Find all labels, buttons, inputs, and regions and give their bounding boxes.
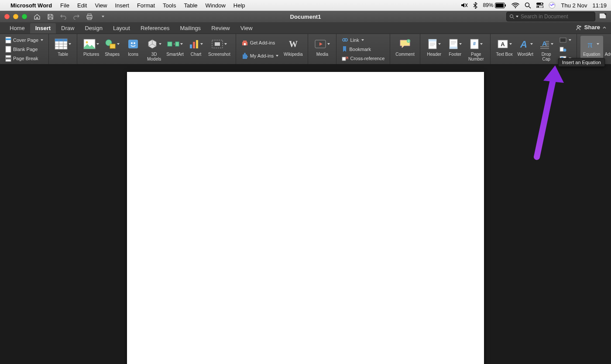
- menubar-time[interactable]: 11:19: [592, 2, 607, 9]
- wikipedia-button[interactable]: W Wikipedia: [282, 36, 304, 63]
- page-break-button[interactable]: Page Break: [3, 54, 45, 63]
- menu-insert[interactable]: Insert: [115, 2, 129, 9]
- search-document-box[interactable]: [506, 12, 595, 21]
- tab-design[interactable]: Design: [79, 23, 107, 34]
- wordart-button[interactable]: A WordArt: [515, 36, 536, 63]
- my-addins-button[interactable]: My Add-ins: [240, 51, 280, 60]
- svg-point-38: [134, 42, 135, 44]
- chart-icon: [189, 39, 199, 49]
- close-window-button[interactable]: [4, 14, 10, 19]
- tab-mailings[interactable]: Mailings: [175, 23, 206, 34]
- svg-rect-22: [6, 46, 11, 52]
- text-box-button[interactable]: A Text Box: [494, 36, 515, 63]
- page-number-button[interactable]: # Page Number: [466, 36, 487, 63]
- comment-button[interactable]: + Comment: [394, 36, 416, 63]
- media-icon: [314, 39, 326, 49]
- control-center-icon[interactable]: [536, 3, 543, 8]
- search-document-input[interactable]: [520, 13, 591, 20]
- svg-point-5: [515, 7, 516, 8]
- svg-point-77: [563, 48, 566, 51]
- mac-status-area: 89% Thu 2 Nov 11:19: [461, 2, 607, 9]
- fullscreen-window-button[interactable]: [22, 14, 27, 19]
- header-label: Header: [427, 52, 441, 57]
- redo-icon[interactable]: [72, 13, 80, 20]
- page-number-label: Page Number: [468, 52, 484, 61]
- group-comment: + Comment: [390, 34, 420, 65]
- table-button[interactable]: Table: [52, 36, 73, 63]
- menu-table[interactable]: Table: [184, 2, 197, 9]
- tab-layout[interactable]: Layout: [108, 23, 135, 34]
- siri-icon[interactable]: [549, 2, 556, 9]
- link-button[interactable]: Link: [340, 36, 386, 44]
- group-media: Media: [308, 34, 336, 65]
- document-page[interactable]: [127, 72, 484, 364]
- page-break-icon: [5, 55, 11, 62]
- tab-view[interactable]: View: [235, 23, 258, 34]
- wordart-icon: A: [518, 38, 529, 50]
- header-button[interactable]: Header: [424, 36, 445, 63]
- ribbon-display-options-icon[interactable]: [599, 12, 607, 21]
- menu-help[interactable]: Help: [233, 2, 245, 9]
- wifi-icon[interactable]: [511, 3, 519, 8]
- save-icon[interactable]: [46, 13, 54, 20]
- print-icon[interactable]: [86, 13, 93, 20]
- bluetooth-icon[interactable]: [473, 2, 477, 9]
- tab-draw[interactable]: Draw: [56, 23, 79, 34]
- qat-customize-icon[interactable]: [99, 13, 106, 20]
- signature-line-button[interactable]: [558, 36, 573, 44]
- svg-line-7: [529, 7, 531, 8]
- shapes-button[interactable]: Shapes: [102, 36, 123, 63]
- home-icon[interactable]: [33, 13, 41, 20]
- header-icon: [428, 38, 437, 50]
- menu-edit[interactable]: Edit: [77, 2, 87, 9]
- tab-references[interactable]: References: [135, 23, 175, 34]
- crossref-button[interactable]: Cross-reference: [340, 54, 386, 63]
- menu-tools[interactable]: Tools: [163, 2, 176, 9]
- svg-rect-75: [560, 38, 566, 42]
- ribbon-tabs: Home Insert Draw Design Layout Reference…: [0, 22, 611, 34]
- smartart-button[interactable]: SmartArt: [165, 36, 185, 63]
- svg-rect-3: [496, 3, 504, 7]
- blank-page-label: Blank Page: [13, 47, 38, 52]
- 3d-models-button[interactable]: 3D Models: [144, 36, 165, 63]
- footer-button[interactable]: Footer: [445, 36, 466, 63]
- pictures-button[interactable]: Pictures: [81, 36, 102, 63]
- wikipedia-icon: W: [287, 39, 299, 49]
- tab-home[interactable]: Home: [4, 23, 30, 34]
- page-number-icon: #: [470, 38, 479, 50]
- comment-icon: +: [399, 39, 411, 49]
- blank-page-button[interactable]: Blank Page: [3, 45, 45, 53]
- get-addins-button[interactable]: Get Add-ins: [240, 38, 280, 47]
- menu-format[interactable]: Format: [137, 2, 155, 9]
- spotlight-icon[interactable]: [525, 2, 531, 9]
- volume-muted-icon[interactable]: [461, 2, 468, 8]
- svg-rect-42: [193, 42, 195, 48]
- menubar-date[interactable]: Thu 2 Nov: [561, 2, 587, 9]
- tab-review[interactable]: Review: [206, 23, 235, 34]
- screenshot-button[interactable]: Screenshot: [206, 36, 232, 63]
- menu-view[interactable]: View: [95, 2, 107, 9]
- battery-status[interactable]: 89%: [483, 2, 506, 8]
- drop-cap-button[interactable]: A Drop Cap: [536, 36, 557, 63]
- document-area[interactable]: [0, 64, 611, 364]
- share-button[interactable]: Share: [576, 24, 607, 31]
- tab-insert[interactable]: Insert: [30, 23, 56, 34]
- media-button[interactable]: Media: [312, 36, 333, 63]
- menubar-app-name[interactable]: Microsoft Word: [10, 2, 52, 9]
- menu-file[interactable]: File: [60, 2, 69, 9]
- chart-button[interactable]: Chart: [185, 36, 206, 63]
- bookmark-button[interactable]: Bookmark: [340, 45, 386, 53]
- smartart-label: SmartArt: [166, 52, 183, 57]
- menu-window[interactable]: Window: [206, 2, 226, 9]
- group-illustrations: Pictures Shapes Icons 3D Models SmartArt…: [77, 34, 236, 65]
- date-time-button[interactable]: [558, 45, 573, 53]
- undo-icon[interactable]: [59, 13, 67, 20]
- battery-percent: 89%: [483, 2, 493, 8]
- chart-label: Chart: [191, 52, 201, 57]
- shapes-icon: [105, 39, 116, 49]
- minimize-window-button[interactable]: [13, 14, 18, 19]
- window-titlebar: Document1: [0, 11, 611, 22]
- icons-button[interactable]: Icons: [123, 36, 144, 63]
- cover-page-button[interactable]: Cover Page: [3, 36, 45, 44]
- screenshot-icon: [211, 39, 223, 49]
